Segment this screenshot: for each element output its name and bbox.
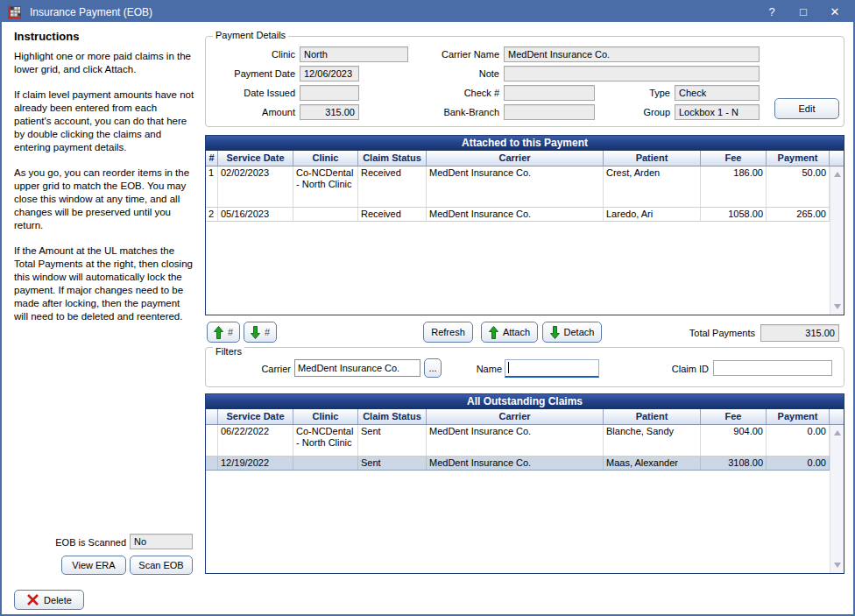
carrier-name-field: MedDent Insurance Co. [504,46,760,62]
arrow-up-icon [214,326,223,339]
instructions-paragraph: If the Amount at the UL matches the Tota… [14,244,195,323]
outstanding-grid-scrollbar[interactable] [830,425,844,573]
instructions-paragraph: As you go, you can reorder items in the … [14,166,195,232]
column-header[interactable]: Clinic [293,151,358,166]
column-header[interactable]: Carrier [427,409,604,424]
column-header[interactable]: Patient [604,151,701,166]
column-header[interactable]: Fee [701,151,767,166]
cell-fee: 1058.00 [701,208,767,221]
cell-patient: Maas, Alexander [604,457,701,470]
table-row[interactable]: 1 02/02/2023 Co-NCDental - North Clinic … [206,166,830,208]
clinic-label: Clinic [212,48,295,60]
table-row[interactable]: 06/22/2022 Co-NCDental - North Clinic Se… [206,425,830,457]
column-header[interactable]: Clinic [293,409,358,424]
table-row[interactable]: 2 05/16/2023 Received MedDent Insurance … [206,208,830,222]
attached-grid-header: # Service Date Clinic Claim Status Carri… [206,151,844,166]
cell-clinic: Co-NCDental - North Clinic [293,425,358,456]
note-label: Note [422,67,499,80]
cell-payment: 50.00 [767,166,830,207]
cell-carrier: MedDent Insurance Co. [427,457,604,470]
app-grid-icon [8,5,22,19]
attach-button[interactable]: Attach [481,322,538,343]
payment-date-label: Payment Date [212,67,295,80]
attached-grid-title: Attached to this Payment [206,136,844,151]
scroll-down-icon[interactable] [830,558,844,572]
scroll-up-icon[interactable] [830,426,844,440]
column-header[interactable]: Claim Status [358,151,427,166]
filter-name-label: Name [476,363,502,375]
payment-details-legend: Payment Details [213,30,288,40]
cell-service-date: 05/16/2023 [218,208,293,221]
cell-claim-status: Sent [358,457,427,470]
eob-scanned-field: No [130,534,193,549]
check-number-label: Check # [422,87,499,99]
amount-field: 315.00 [300,104,359,120]
cell-fee: 904.00 [701,425,767,456]
edit-button-label: Edit [799,103,816,114]
move-down-order-label: # [265,327,270,337]
scroll-down-icon[interactable] [830,300,844,314]
cell-service-date: 02/02/2023 [218,166,293,207]
cell-num [206,425,218,456]
carrier-name-label: Carrier Name [422,48,499,60]
title-bar: Insurance Payment (EOB) ? □ ✕ [2,2,853,22]
instructions-paragraph: If claim level payment amounts have not … [14,89,195,154]
column-header[interactable]: Patient [604,409,701,424]
detach-button[interactable]: Detach [542,322,602,343]
total-payments-field: 315.00 [760,324,839,342]
carrier-picker-button[interactable]: ... [424,358,442,378]
column-header[interactable] [206,409,218,424]
refresh-label: Refresh [431,327,465,337]
view-era-button[interactable]: View ERA [61,556,126,575]
column-header[interactable]: Payment [767,151,830,166]
attached-grid-scrollbar[interactable] [830,166,844,315]
bank-branch-label: Bank-Branch [422,106,499,118]
column-header[interactable]: Claim Status [358,409,427,424]
cell-clinic: Co-NCDental - North Clinic [293,166,358,207]
bank-branch-field [504,104,595,120]
maximize-button[interactable]: □ [794,5,813,18]
delete-label: Delete [44,595,72,605]
close-button[interactable]: ✕ [825,5,844,18]
window-title: Insurance Payment (EOB) [30,6,152,18]
attach-label: Attach [503,327,530,337]
view-era-label: View ERA [72,560,115,570]
instructions-title: Instructions [14,30,195,43]
red-x-icon [26,593,39,606]
column-header[interactable]: Service Date [218,151,293,166]
group-label: Group [615,106,670,118]
filter-name-input[interactable] [505,359,599,378]
cell-fee: 186.00 [701,166,767,207]
instructions-panel: Instructions Highlight one or more paid … [14,30,195,336]
note-field [504,66,760,81]
arrow-down-icon [251,326,260,339]
edit-button[interactable]: Edit [774,98,839,119]
column-header[interactable]: Payment [767,409,830,424]
scan-eob-button[interactable]: Scan EOB [130,556,193,575]
table-row-selected[interactable]: 12/19/2022 Sent MedDent Insurance Co. Ma… [206,457,830,471]
move-down-order-button[interactable]: # [244,322,277,343]
column-header[interactable]: Service Date [218,409,293,424]
cell-num: 1 [206,166,218,207]
filter-carrier-input[interactable] [294,359,420,377]
scroll-up-icon[interactable] [830,167,844,181]
cell-patient: Laredo, Ari [604,208,701,221]
cell-claim-status: Received [358,166,427,207]
delete-button[interactable]: Delete [14,590,84,610]
column-header[interactable]: Carrier [427,151,604,166]
cell-payment: 0.00 [767,457,830,470]
arrow-up-icon [489,326,498,339]
move-up-order-button[interactable]: # [207,322,240,343]
cell-claim-status: Sent [358,425,427,456]
attached-grid: Attached to this Payment # Service Date … [205,135,844,315]
help-button[interactable]: ? [762,5,781,18]
cell-service-date: 12/19/2022 [218,457,293,470]
column-header[interactable]: # [206,151,218,166]
column-header[interactable]: Fee [701,409,767,424]
insurance-payment-window: Insurance Payment (EOB) ? □ ✕ Instructio… [0,0,855,616]
cell-clinic [293,457,358,470]
cell-num: 2 [206,208,218,221]
filter-carrier-label: Carrier [238,363,291,375]
refresh-button[interactable]: Refresh [423,322,473,343]
filter-claim-id-input[interactable] [713,360,832,376]
